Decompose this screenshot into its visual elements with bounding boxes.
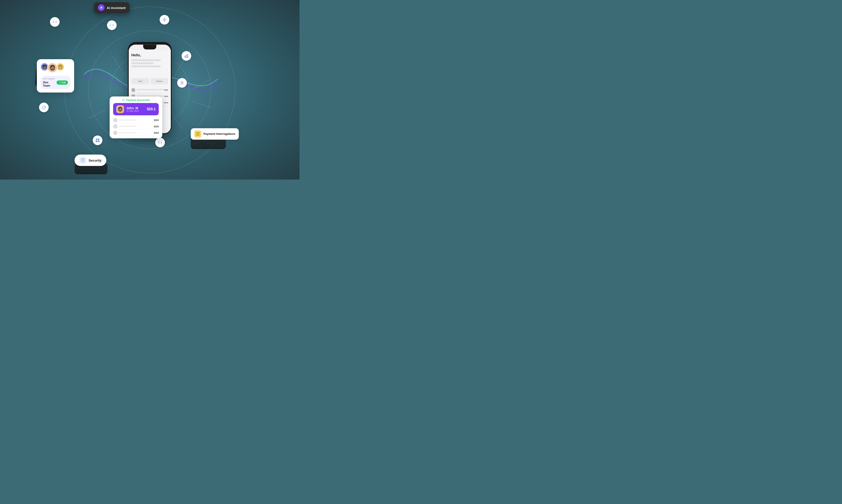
piggy-icon-left[interactable]: [39, 103, 49, 112]
payment-tx-amt-3: $200: [154, 132, 159, 134]
svg-rect-23: [96, 141, 97, 142]
payment-tx-icon-1: [113, 118, 118, 122]
phone-tx-amount-3: $200: [164, 102, 168, 104]
payment-success-header: Payment Successful: [113, 98, 159, 101]
phone-send-btn[interactable]: Send: [131, 78, 149, 84]
payment-tx-icon-3: [113, 131, 118, 135]
svg-point-17: [181, 84, 182, 84]
ai-assistant-card[interactable]: Ai Assistant: [94, 2, 130, 13]
qr-icon-bottom-center[interactable]: [93, 136, 102, 145]
payment-tx-line-3: [119, 132, 137, 133]
payment-tx-line-2: [119, 126, 137, 127]
payment-tx-text-1: [119, 120, 137, 121]
phone-notch: [143, 44, 156, 49]
team-info-row: Tech Support Dev. Team Call: [40, 76, 71, 89]
payment-interrogations-card[interactable]: Payment Interrogations: [191, 128, 239, 140]
code-icon-bottom-right[interactable]: [155, 138, 165, 147]
payment-amount: $20.1: [147, 107, 156, 111]
team-support-label: Tech Support: [43, 78, 57, 80]
payment-tx-left-1: [113, 118, 137, 122]
phone-tx-amount-2: $200: [164, 95, 168, 97]
payment-status-text: Payment Successful: [126, 98, 150, 101]
svg-rect-11: [187, 54, 188, 58]
svg-point-16: [182, 83, 183, 83]
payment-user-info: John. W 12 Sep 2024: [126, 106, 139, 112]
phone-tx-amount-1: $200: [164, 89, 168, 91]
ai-assistant-label: Ai Assistant: [107, 6, 126, 10]
ai-icon-wrap: [98, 4, 105, 11]
code-icon-top-center[interactable]: [107, 20, 117, 30]
payment-user-name: John. W: [126, 106, 139, 110]
team-call-button[interactable]: Call: [57, 80, 68, 85]
phone-greeting: Hello,: [131, 53, 168, 57]
svg-rect-24: [98, 141, 99, 141]
team-left: Tech Support Dev. Team: [43, 78, 57, 87]
phone-line-2: [131, 62, 154, 64]
payment-interrogations-label: Payment Interrogations: [203, 132, 235, 136]
team-avatar-main: 🧔🏽: [47, 63, 57, 73]
phone-tx-row-1: $200: [131, 87, 168, 93]
payment-date: 12 Sep 2024: [126, 110, 139, 112]
payment-tx-3: $200: [113, 130, 159, 136]
payment-main-row: 🧔🏽 John. W 12 Sep 2024 $20.1: [113, 103, 159, 115]
svg-point-28: [44, 107, 45, 107]
grid-icon-right[interactable]: [177, 78, 187, 88]
security-card[interactable]: Security: [74, 155, 106, 166]
code-icon-top-left[interactable]: [50, 17, 60, 27]
payment-tx-1: $200: [113, 117, 159, 123]
svg-point-15: [181, 81, 182, 82]
svg-rect-10: [186, 55, 186, 58]
phone-line-3: [131, 65, 161, 67]
call-label: Call: [62, 81, 66, 84]
svg-rect-26: [98, 141, 99, 142]
svg-rect-22: [98, 139, 99, 140]
phone-buttons: Send Receive: [131, 78, 168, 84]
svg-rect-27: [99, 141, 99, 142]
security-icon-wrap: [79, 157, 86, 164]
phone-receive-btn[interactable]: Receive: [150, 78, 168, 84]
payment-tx-text-3: [119, 132, 137, 134]
payment-user-avatar: 🧔🏽: [116, 105, 124, 113]
payment-tx-left-2: [113, 124, 137, 129]
phone-tx-info-1: [137, 89, 164, 91]
chart-icon-right[interactable]: [182, 51, 191, 61]
phone-line-1: [131, 59, 161, 61]
payment-tx-amt-2: $200: [154, 125, 159, 128]
phone-tx-line-1: [137, 89, 164, 90]
svg-rect-21: [96, 139, 97, 140]
svg-rect-9: [185, 56, 185, 58]
payment-tx-amt-1: $200: [154, 119, 159, 122]
payment-tx-2: $200: [113, 123, 159, 130]
bolt-icon-top-right[interactable]: [160, 15, 169, 24]
security-label: Security: [89, 159, 102, 162]
svg-marker-8: [163, 18, 166, 22]
team-avatars: 🧑🏾 🧔🏽 👩🏼: [40, 63, 71, 73]
payment-interrogations-icon-wrap: [194, 130, 201, 138]
payment-tx-left-3: [113, 131, 137, 135]
team-name: Dev. Team: [43, 81, 57, 87]
phone-tx-avatar-1: [131, 88, 135, 92]
payment-tx-line-1: [119, 120, 137, 121]
team-card: 🧑🏾 🧔🏽 👩🏼 Tech Support Dev. Team Call: [37, 59, 74, 92]
payment-tx-icon-2: [113, 124, 118, 129]
payment-tx-text-2: [119, 126, 137, 127]
payment-success-card: Payment Successful 🧔🏽 John. W 12 Sep 202…: [110, 96, 162, 138]
svg-rect-25: [99, 141, 99, 141]
